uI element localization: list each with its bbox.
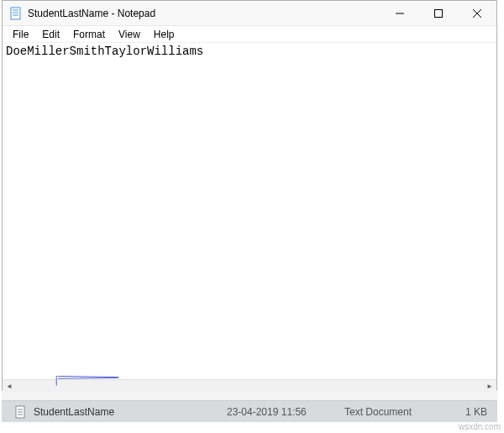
titlebar[interactable]: StudentLastName - Notepad — [3, 1, 496, 26]
watermark-text: wsxdn.com — [459, 422, 501, 431]
notepad-window: StudentLastName - Notepad File Edit Form… — [2, 0, 497, 390]
text-file-icon — [13, 405, 27, 419]
horizontal-scrollbar[interactable]: ◄ ► — [3, 379, 496, 393]
menu-help[interactable]: Help — [147, 27, 181, 42]
menubar: File Edit Format View Help — [3, 26, 496, 43]
file-type-cell: Text Document — [344, 406, 445, 418]
scroll-left-icon[interactable]: ◄ — [3, 380, 16, 393]
svg-rect-5 — [435, 9, 443, 17]
window-title: StudentLastName - Notepad — [28, 8, 381, 19]
file-size-cell: 1 KB — [445, 406, 497, 418]
menu-file[interactable]: File — [6, 27, 35, 42]
file-date-cell: 23-04-2019 11:56 — [227, 406, 344, 418]
text-editor-area[interactable] — [3, 43, 496, 377]
scroll-right-icon[interactable]: ► — [483, 380, 496, 393]
menu-format[interactable]: Format — [66, 27, 112, 42]
table-row[interactable]: StudentLastName 23-04-2019 11:56 Text Do… — [2, 400, 497, 422]
minimize-button[interactable] — [381, 1, 419, 25]
close-button[interactable] — [458, 1, 496, 25]
window-controls — [381, 1, 496, 25]
maximize-button[interactable] — [419, 1, 458, 25]
file-name-cell: StudentLastName — [34, 406, 227, 418]
svg-rect-0 — [11, 8, 20, 19]
menu-edit[interactable]: Edit — [35, 27, 66, 42]
notepad-app-icon — [9, 7, 23, 20]
explorer-list: StudentLastName 23-04-2019 11:56 Text Do… — [2, 390, 497, 422]
menu-view[interactable]: View — [112, 27, 147, 42]
